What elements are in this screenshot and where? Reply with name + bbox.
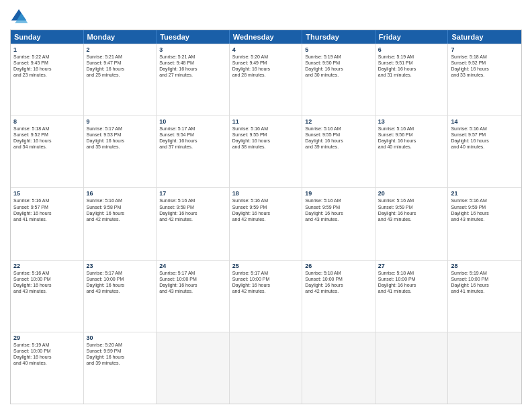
- day-number: 2: [87, 46, 154, 53]
- day-cell-30: 30Sunrise: 5:20 AMSunset: 9:59 PMDayligh…: [84, 332, 157, 404]
- empty-cell: [157, 332, 230, 404]
- day-number: 22: [13, 263, 81, 269]
- cell-details: Sunrise: 5:20 AMSunset: 9:49 PMDaylight:…: [232, 54, 300, 78]
- day-number: 12: [305, 118, 372, 125]
- day-number: 8: [13, 118, 81, 125]
- logo: [10, 7, 32, 26]
- cell-details: Sunrise: 5:16 AMSunset: 9:59 PMDaylight:…: [232, 197, 300, 222]
- day-cell-19: 19Sunrise: 5:16 AMSunset: 9:59 PMDayligh…: [302, 188, 375, 259]
- day-cell-1: 1Sunrise: 5:22 AMSunset: 9:45 PMDaylight…: [11, 44, 84, 116]
- cell-details: Sunrise: 5:16 AMSunset: 9:59 PMDaylight:…: [378, 197, 445, 222]
- day-cell-14: 14Sunrise: 5:16 AMSunset: 9:57 PMDayligh…: [448, 116, 521, 187]
- empty-cell: [302, 332, 375, 404]
- header-day-wednesday: Wednesday: [230, 30, 303, 44]
- cell-details: Sunrise: 5:16 AMSunset: 9:59 PMDaylight:…: [451, 197, 519, 222]
- cell-details: Sunrise: 5:18 AMSunset: 10:00 PMDaylight…: [378, 270, 445, 294]
- day-number: 26: [305, 263, 372, 269]
- day-cell-29: 29Sunrise: 5:19 AMSunset: 10:00 PMDaylig…: [11, 332, 84, 404]
- header-day-tuesday: Tuesday: [157, 30, 230, 44]
- cell-details: Sunrise: 5:16 AMSunset: 9:57 PMDaylight:…: [13, 197, 81, 222]
- day-cell-18: 18Sunrise: 5:16 AMSunset: 9:59 PMDayligh…: [230, 188, 303, 259]
- header-day-friday: Friday: [375, 30, 449, 44]
- cell-details: Sunrise: 5:21 AMSunset: 9:47 PMDaylight:…: [87, 54, 154, 78]
- day-number: 24: [159, 263, 226, 269]
- day-number: 25: [232, 263, 300, 269]
- day-cell-28: 28Sunrise: 5:19 AMSunset: 10:00 PMDaylig…: [448, 261, 521, 332]
- header-day-monday: Monday: [84, 30, 157, 44]
- day-cell-13: 13Sunrise: 5:16 AMSunset: 9:56 PMDayligh…: [375, 116, 449, 187]
- day-cell-16: 16Sunrise: 5:16 AMSunset: 9:58 PMDayligh…: [84, 188, 157, 259]
- cell-details: Sunrise: 5:16 AMSunset: 9:59 PMDaylight:…: [305, 197, 372, 222]
- cell-details: Sunrise: 5:17 AMSunset: 9:54 PMDaylight:…: [159, 126, 226, 150]
- cell-details: Sunrise: 5:21 AMSunset: 9:48 PMDaylight:…: [159, 54, 226, 78]
- day-number: 5: [305, 46, 372, 53]
- day-cell-26: 26Sunrise: 5:18 AMSunset: 10:00 PMDaylig…: [302, 261, 375, 332]
- day-number: 14: [451, 118, 519, 125]
- cell-details: Sunrise: 5:18 AMSunset: 9:52 PMDaylight:…: [451, 54, 519, 78]
- cell-details: Sunrise: 5:18 AMSunset: 10:00 PMDaylight…: [305, 270, 372, 294]
- day-cell-15: 15Sunrise: 5:16 AMSunset: 9:57 PMDayligh…: [11, 188, 84, 259]
- day-cell-7: 7Sunrise: 5:18 AMSunset: 9:52 PMDaylight…: [448, 44, 521, 116]
- cell-details: Sunrise: 5:16 AMSunset: 9:55 PMDaylight:…: [232, 126, 300, 150]
- cell-details: Sunrise: 5:16 AMSunset: 9:56 PMDaylight:…: [378, 126, 445, 150]
- day-cell-3: 3Sunrise: 5:21 AMSunset: 9:48 PMDaylight…: [157, 44, 230, 116]
- cell-details: Sunrise: 5:16 AMSunset: 9:57 PMDaylight:…: [451, 126, 519, 150]
- day-cell-11: 11Sunrise: 5:16 AMSunset: 9:55 PMDayligh…: [230, 116, 303, 187]
- day-number: 29: [13, 334, 81, 341]
- day-number: 6: [378, 46, 445, 53]
- calendar: SundayMondayTuesdayWednesdayThursdayFrid…: [10, 30, 522, 404]
- day-number: 10: [159, 118, 226, 125]
- cell-details: Sunrise: 5:17 AMSunset: 10:00 PMDaylight…: [232, 270, 300, 294]
- header-day-thursday: Thursday: [302, 30, 375, 44]
- calendar-row-4: 22Sunrise: 5:16 AMSunset: 10:00 PMDaylig…: [11, 260, 521, 332]
- cell-details: Sunrise: 5:19 AMSunset: 9:50 PMDaylight:…: [305, 54, 372, 78]
- day-cell-24: 24Sunrise: 5:17 AMSunset: 10:00 PMDaylig…: [157, 261, 230, 332]
- day-number: 11: [232, 118, 300, 125]
- day-cell-25: 25Sunrise: 5:17 AMSunset: 10:00 PMDaylig…: [230, 261, 303, 332]
- day-cell-6: 6Sunrise: 5:19 AMSunset: 9:51 PMDaylight…: [375, 44, 449, 116]
- day-cell-9: 9Sunrise: 5:17 AMSunset: 9:53 PMDaylight…: [84, 116, 157, 187]
- day-number: 30: [87, 334, 154, 341]
- cell-details: Sunrise: 5:19 AMSunset: 9:51 PMDaylight:…: [378, 54, 445, 78]
- day-number: 16: [87, 190, 154, 197]
- cell-details: Sunrise: 5:22 AMSunset: 9:45 PMDaylight:…: [13, 54, 81, 78]
- day-cell-20: 20Sunrise: 5:16 AMSunset: 9:59 PMDayligh…: [375, 188, 449, 259]
- calendar-row-1: 1Sunrise: 5:22 AMSunset: 9:45 PMDaylight…: [11, 44, 521, 116]
- day-number: 28: [451, 263, 519, 269]
- day-number: 18: [232, 190, 300, 197]
- day-number: 23: [87, 263, 154, 269]
- day-cell-4: 4Sunrise: 5:20 AMSunset: 9:49 PMDaylight…: [230, 44, 303, 116]
- calendar-row-3: 15Sunrise: 5:16 AMSunset: 9:57 PMDayligh…: [11, 187, 521, 259]
- day-cell-10: 10Sunrise: 5:17 AMSunset: 9:54 PMDayligh…: [157, 116, 230, 187]
- header: [10, 7, 522, 26]
- cell-details: Sunrise: 5:17 AMSunset: 10:00 PMDaylight…: [159, 270, 226, 294]
- empty-cell: [448, 332, 521, 404]
- day-number: 27: [378, 263, 445, 269]
- cell-details: Sunrise: 5:19 AMSunset: 10:00 PMDaylight…: [13, 342, 81, 366]
- calendar-row-5: 29Sunrise: 5:19 AMSunset: 10:00 PMDaylig…: [11, 332, 521, 404]
- cell-details: Sunrise: 5:16 AMSunset: 10:00 PMDaylight…: [13, 270, 81, 294]
- day-number: 1: [13, 46, 81, 53]
- day-number: 19: [305, 190, 372, 197]
- day-cell-27: 27Sunrise: 5:18 AMSunset: 10:00 PMDaylig…: [375, 261, 449, 332]
- cell-details: Sunrise: 5:16 AMSunset: 9:58 PMDaylight:…: [159, 197, 226, 222]
- day-number: 7: [451, 46, 519, 53]
- cell-details: Sunrise: 5:20 AMSunset: 9:59 PMDaylight:…: [87, 342, 154, 366]
- day-number: 15: [13, 190, 81, 197]
- day-cell-22: 22Sunrise: 5:16 AMSunset: 10:00 PMDaylig…: [11, 261, 84, 332]
- day-number: 21: [451, 190, 519, 197]
- calendar-row-2: 8Sunrise: 5:18 AMSunset: 9:52 PMDaylight…: [11, 116, 521, 187]
- day-cell-8: 8Sunrise: 5:18 AMSunset: 9:52 PMDaylight…: [11, 116, 84, 187]
- empty-cell: [375, 332, 449, 404]
- day-number: 17: [159, 190, 226, 197]
- day-cell-23: 23Sunrise: 5:17 AMSunset: 10:00 PMDaylig…: [84, 261, 157, 332]
- day-cell-17: 17Sunrise: 5:16 AMSunset: 9:58 PMDayligh…: [157, 188, 230, 259]
- day-cell-2: 2Sunrise: 5:21 AMSunset: 9:47 PMDaylight…: [84, 44, 157, 116]
- day-cell-12: 12Sunrise: 5:16 AMSunset: 9:55 PMDayligh…: [302, 116, 375, 187]
- cell-details: Sunrise: 5:19 AMSunset: 10:00 PMDaylight…: [451, 270, 519, 294]
- calendar-header: SundayMondayTuesdayWednesdayThursdayFrid…: [11, 30, 521, 44]
- cell-details: Sunrise: 5:16 AMSunset: 9:58 PMDaylight:…: [87, 197, 154, 222]
- day-cell-21: 21Sunrise: 5:16 AMSunset: 9:59 PMDayligh…: [448, 188, 521, 259]
- empty-cell: [230, 332, 303, 404]
- day-number: 20: [378, 190, 445, 197]
